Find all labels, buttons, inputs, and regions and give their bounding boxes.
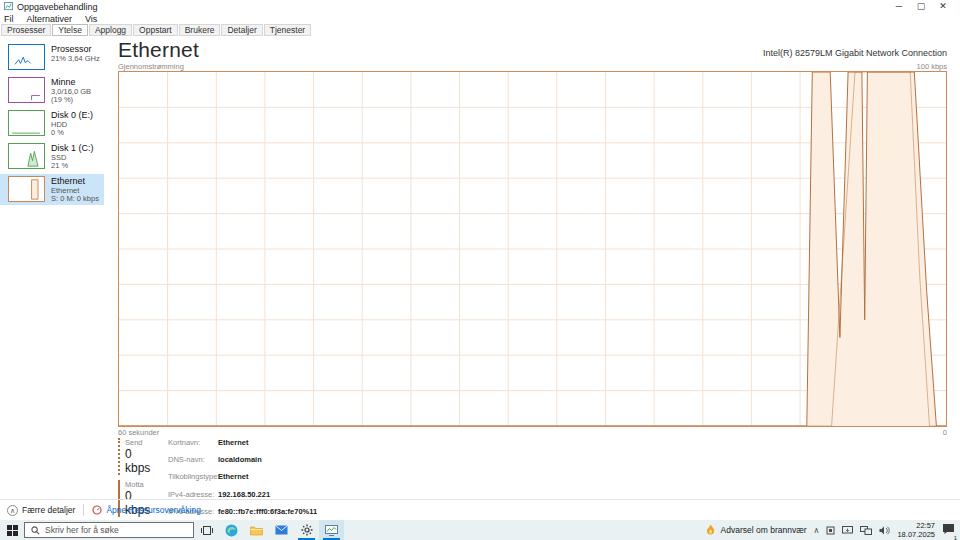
edge-icon	[225, 524, 238, 537]
tab-ytelse[interactable]: Ytelse	[52, 24, 88, 36]
task-manager-icon	[325, 525, 338, 536]
status-bar: ∧ Færre detaljer Åpne Ressursovervåking	[0, 499, 960, 520]
menu-bar: Fil Alternativer Vis	[0, 13, 960, 24]
warning-text: Advarsel om brannvær	[721, 525, 807, 535]
fewer-details-button[interactable]: Færre detaljer	[22, 505, 75, 515]
fire-warning-icon	[705, 524, 716, 536]
sidebar-item-ethernet[interactable]: Ethernet Ethernet S: 0 M: 0 kbps	[0, 174, 104, 205]
resource-monitor-label: Åpne Ressursovervåking	[106, 505, 201, 515]
clock-date: 18.07.2025	[897, 530, 935, 539]
volume-icon[interactable]	[879, 526, 890, 535]
minimize-button[interactable]: ─	[888, 0, 910, 13]
field-label: Tilkoblingstype:	[168, 472, 218, 487]
sidebar-memory-stats: 3,0/16,0 GB (19 %)	[51, 88, 102, 105]
menu-view[interactable]: Vis	[85, 14, 97, 24]
chevron-up-icon: ∧	[7, 505, 18, 516]
network-status-icon[interactable]	[860, 526, 872, 535]
ethernet-minichart-icon	[8, 176, 45, 202]
sidebar-ethernet-stats: S: 0 M: 0 kbps	[51, 195, 99, 203]
task-view-button[interactable]	[194, 520, 219, 540]
system-tray: Advarsel om brannvær ∧ 22:57 18.07.2025	[705, 521, 960, 540]
sidebar-item-memory[interactable]: Minne 3,0/16,0 GB (19 %)	[0, 75, 104, 106]
sidebar-cpu-stats: 21% 3,64 GHz	[51, 55, 100, 63]
receive-label: Motta	[125, 480, 158, 489]
tab-brukere[interactable]: Brukere	[179, 24, 221, 36]
field-value: Ethernet	[218, 438, 317, 453]
adapter-name: Intel(R) 82579LM Gigabit Network Connect…	[763, 48, 947, 58]
chart-title: Gjennomstrømming	[118, 62, 184, 71]
notification-center-button[interactable]: 1	[942, 521, 955, 539]
windows-logo-icon	[7, 525, 18, 536]
gear-icon	[301, 524, 313, 536]
taskbar-search-input[interactable]: Skriv her for å søke	[24, 522, 194, 538]
mail-icon	[275, 525, 288, 535]
tab-detaljer[interactable]: Detaljer	[221, 24, 262, 36]
tray-chevron-icon[interactable]: ∧	[814, 526, 820, 535]
task-manager-taskbar-button[interactable]	[319, 520, 344, 540]
sidebar-item-disk0[interactable]: Disk 0 (E:) HDD 0 %	[0, 108, 104, 139]
divider	[83, 504, 84, 516]
tab-prosesser[interactable]: Prosesser	[1, 24, 51, 36]
sidebar-disk0-usage: 0 %	[51, 129, 93, 137]
maximize-button[interactable]: ▢	[910, 0, 932, 13]
field-label: DNS-navn:	[168, 455, 218, 470]
settings-button[interactable]	[294, 520, 319, 540]
memory-minichart-icon	[8, 77, 45, 103]
title-bar[interactable]: Oppgavebehandling ─ ▢ ✕	[0, 0, 960, 13]
open-resource-monitor-link[interactable]: Åpne Ressursovervåking	[92, 505, 201, 515]
start-button[interactable]	[0, 520, 24, 540]
disk0-minichart-icon	[8, 110, 45, 136]
folder-icon	[250, 525, 263, 536]
chart-ymax-label: 100 kbps	[917, 62, 947, 71]
weather-warning-widget[interactable]: Advarsel om brannvær	[705, 524, 807, 536]
tab-tjenester[interactable]: Tjenester	[264, 24, 311, 36]
task-manager-window: Oppgavebehandling ─ ▢ ✕ Fil Alternativer…	[0, 0, 960, 520]
cpu-minichart-icon	[8, 44, 45, 70]
task-view-icon	[201, 525, 213, 536]
tab-bar: Prosesser Ytelse Applogg Oppstart Bruker…	[0, 24, 960, 36]
chart-xright-label: 0	[943, 428, 947, 437]
notification-icon	[942, 523, 955, 535]
notification-count-badge: 1	[954, 535, 957, 540]
close-button[interactable]: ✕	[932, 0, 954, 13]
page-title: Ethernet	[118, 38, 199, 62]
send-label: Send	[125, 438, 158, 447]
search-icon	[31, 526, 40, 535]
menu-options[interactable]: Alternativer	[27, 14, 73, 24]
clock-time: 22:57	[897, 521, 935, 530]
performance-sidebar: Prosessor 21% 3,64 GHz Minne 3,0/16,0 GB…	[0, 42, 104, 207]
tray-app-icon[interactable]	[826, 526, 835, 535]
field-value: Ethernet	[218, 472, 317, 487]
field-label: Kortnavn:	[168, 438, 218, 453]
send-value: 0 kbps	[125, 447, 158, 475]
search-placeholder: Skriv her for å søke	[45, 525, 119, 535]
disk1-minichart-icon	[8, 143, 45, 169]
chart-xleft-label: 60 sekunder	[118, 428, 159, 437]
file-explorer-button[interactable]	[244, 520, 269, 540]
throughput-area-chart	[119, 72, 946, 426]
tab-oppstart[interactable]: Oppstart	[133, 24, 178, 36]
taskbar-clock[interactable]: 22:57 18.07.2025	[897, 521, 935, 540]
ethernet-throughput-chart	[118, 71, 947, 427]
display-cast-icon[interactable]	[842, 526, 853, 535]
window-title: Oppgavebehandling	[17, 2, 98, 12]
tab-applogg[interactable]: Applogg	[89, 24, 132, 36]
sidebar-item-disk1[interactable]: Disk 1 (C:) SSD 21 %	[0, 141, 104, 172]
mail-button[interactable]	[269, 520, 294, 540]
edge-browser-button[interactable]	[219, 520, 244, 540]
menu-file[interactable]: Fil	[4, 14, 14, 24]
send-stat: Send 0 kbps	[118, 438, 158, 475]
app-icon	[4, 2, 13, 11]
taskbar: Skriv her for å søke	[0, 520, 960, 540]
sidebar-disk1-usage: 21 %	[51, 162, 94, 170]
field-value: localdomain	[218, 455, 317, 470]
sidebar-item-cpu[interactable]: Prosessor 21% 3,64 GHz	[0, 42, 104, 73]
resource-monitor-icon	[92, 505, 102, 515]
